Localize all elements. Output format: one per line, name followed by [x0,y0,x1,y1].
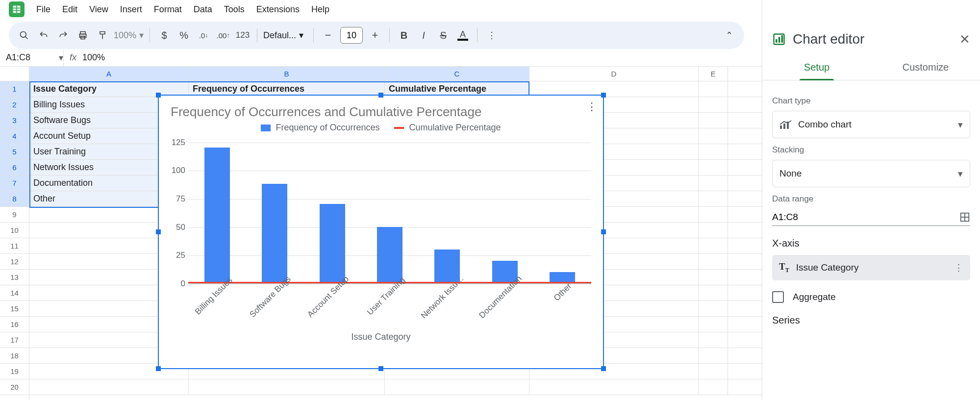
col-header-e[interactable]: E [699,67,728,81]
menu-edit[interactable]: Edit [62,4,77,15]
cell[interactable] [699,348,728,363]
cell[interactable] [699,97,728,112]
menu-format[interactable]: Format [154,4,182,15]
row-header[interactable]: 10 [0,223,29,238]
more-icon[interactable]: ⋮ [954,262,963,274]
xaxis-field[interactable]: TT Issue Category ⋮ [772,255,970,280]
resize-handle[interactable] [378,366,383,371]
row-header[interactable]: 5 [0,144,29,160]
row-header[interactable]: 14 [0,285,29,301]
resize-handle[interactable] [378,93,383,98]
increase-decimal-icon[interactable]: .00↑ [215,27,231,44]
select-range-icon[interactable] [959,212,970,223]
col-header-d[interactable]: D [529,67,699,81]
percent-icon[interactable]: % [176,27,192,44]
menu-insert[interactable]: Insert [120,4,142,15]
cell[interactable] [699,191,728,206]
row-header[interactable]: 15 [0,301,29,317]
row-header[interactable]: 1 [0,81,29,97]
resize-handle[interactable] [156,366,161,371]
cell[interactable] [699,81,728,97]
redo-icon[interactable] [55,27,72,44]
cell[interactable] [699,317,728,332]
cell[interactable] [699,160,728,175]
row-header[interactable]: 6 [0,160,29,175]
zoom-select[interactable]: 100% ▾ [114,30,144,41]
font-size-inc[interactable]: + [367,27,383,44]
stacking-select[interactable]: None ▾ [772,160,970,187]
tab-customize[interactable]: Customize [871,54,980,80]
italic-icon[interactable]: I [415,27,432,44]
row-header[interactable]: 3 [0,113,29,128]
close-icon[interactable]: ✕ [959,32,970,47]
menu-help[interactable]: Help [311,4,329,15]
cell[interactable] [699,113,728,128]
decrease-decimal-icon[interactable]: .0↓ [195,27,212,44]
menu-file[interactable]: File [36,4,50,15]
cell[interactable] [699,285,728,300]
cell[interactable] [699,175,728,191]
resize-handle[interactable] [601,366,606,371]
row-header[interactable]: 8 [0,191,29,207]
row-header[interactable]: 13 [0,270,29,285]
cell[interactable] [699,207,728,222]
bold-icon[interactable]: B [396,27,412,44]
currency-icon[interactable]: $ [156,27,173,44]
more-toolbar-icon[interactable]: ⋮ [483,27,500,44]
row-header[interactable]: 19 [0,364,29,379]
menu-view[interactable]: View [89,4,108,15]
row-header[interactable]: 20 [0,379,29,395]
row-header[interactable]: 2 [0,97,29,113]
cell[interactable] [699,144,728,159]
cell[interactable] [699,301,728,316]
aggregate-checkbox[interactable]: Aggregate [772,291,970,303]
chart[interactable]: ⋮ Frequency of Occurrences and Cumulativ… [158,95,604,369]
text-color-icon[interactable]: A [454,27,471,44]
font-size-dec[interactable]: − [320,27,336,44]
numfmt-123-icon[interactable]: 123 [234,27,251,44]
strike-icon[interactable]: S [435,27,452,44]
select-all-corner[interactable] [0,67,29,81]
cell[interactable] [699,128,728,144]
font-size-input[interactable] [340,27,363,44]
cell[interactable] [385,379,529,395]
col-header-a[interactable]: A [29,67,189,81]
resize-handle[interactable] [601,93,606,98]
cell[interactable] [699,364,728,379]
row-header[interactable]: 7 [0,175,29,191]
cell[interactable] [699,238,728,253]
resize-handle[interactable] [156,93,161,98]
data-range-input[interactable] [772,212,959,223]
cell[interactable] [189,379,385,395]
cell[interactable] [699,223,728,238]
menu-tools[interactable]: Tools [224,4,245,15]
cell[interactable] [529,379,699,395]
undo-icon[interactable] [35,27,52,44]
row-header[interactable]: 9 [0,207,29,223]
cell[interactable] [699,332,728,348]
tab-setup[interactable]: Setup [762,54,871,80]
font-family-select[interactable]: Defaul... ▾ [263,30,307,41]
col-header-c[interactable]: C [385,67,529,81]
menu-data[interactable]: Data [194,4,212,15]
cell[interactable] [29,379,189,395]
collapse-toolbar-icon[interactable]: ⌃ [721,27,737,44]
chart-more-icon[interactable]: ⋮ [586,100,597,113]
row-header[interactable]: 12 [0,254,29,270]
row-header[interactable]: 11 [0,238,29,254]
row-header[interactable]: 18 [0,348,29,364]
row-header[interactable]: 4 [0,128,29,144]
search-icon[interactable] [16,27,32,44]
paint-format-icon[interactable] [94,27,111,44]
chart-type-select[interactable]: Combo chart ▾ [772,111,970,138]
cell[interactable] [699,379,728,395]
resize-handle[interactable] [601,229,606,234]
cell[interactable] [699,270,728,285]
print-icon[interactable] [75,27,91,44]
row-header[interactable]: 17 [0,332,29,348]
row-header[interactable]: 16 [0,317,29,332]
menu-extensions[interactable]: Extensions [256,4,300,15]
col-header-b[interactable]: B [189,67,385,81]
formula-input[interactable]: 100% [82,52,105,63]
resize-handle[interactable] [156,229,161,234]
